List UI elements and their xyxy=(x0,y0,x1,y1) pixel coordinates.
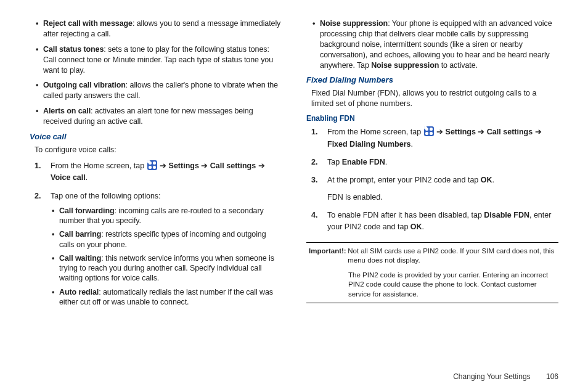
apps-icon xyxy=(147,160,157,170)
step-2: 2. Tap one of the following options: Cal… xyxy=(51,190,282,308)
noise-bullet: Noise suppression: Your phone is equippe… xyxy=(306,18,558,70)
voice-call-options: Call forwarding: incoming calls are re-r… xyxy=(51,206,282,307)
important-label: Important!: xyxy=(309,247,346,256)
page-footer: Changing Your Settings 106 xyxy=(453,372,558,381)
voice-call-intro: To configure voice calls: xyxy=(35,145,282,155)
step-3: 3. At the prompt, enter your PIN2 code a… xyxy=(327,174,558,203)
voice-call-steps: 1. From the Home screen, tap ➔ Settings … xyxy=(30,160,282,307)
fdn-enabled-text: FDN is enabled. xyxy=(327,192,558,203)
important-p1: Not all SIM cards use a PIN2 code. If yo… xyxy=(348,247,554,266)
list-item: Call status tones: sets a tone to play f… xyxy=(43,44,282,76)
important-box: Important!: Not all SIM cards use a PIN2… xyxy=(306,242,558,304)
left-column: Reject call with message: allows you to … xyxy=(30,18,282,364)
voice-call-heading: Voice call xyxy=(30,132,282,141)
fdn-steps: 1. From the Home screen, tap ➔ Settings … xyxy=(306,126,558,234)
list-item: Call waiting: this network service infor… xyxy=(59,253,282,284)
list-item: Call barring: restricts specific types o… xyxy=(59,229,282,250)
list-item: Outgoing call vibration: allows the call… xyxy=(43,80,282,101)
footer-section: Changing Your Settings xyxy=(453,372,530,381)
step-2: 2. Tap Enable FDN. xyxy=(327,157,558,168)
fdn-heading: Fixed Dialing Numbers xyxy=(306,75,558,84)
page-number: 106 xyxy=(546,372,558,381)
list-item: Call forwarding: incoming calls are re-r… xyxy=(59,206,282,226)
step-4: 4. To enable FDN after it has been disab… xyxy=(327,210,558,234)
step-1: 1. From the Home screen, tap ➔ Settings … xyxy=(51,160,282,184)
list-item: Auto redial: automatically redials the l… xyxy=(59,287,282,308)
list-item: Noise suppression: Your phone is equippe… xyxy=(320,18,558,70)
right-column: Noise suppression: Your phone is equippe… xyxy=(306,18,558,364)
list-item: Alerts on call: activates an alert tone … xyxy=(43,106,282,127)
enabling-fdn-heading: Enabling FDN xyxy=(306,114,558,123)
step-1: 1. From the Home screen, tap ➔ Settings … xyxy=(327,126,558,150)
apps-icon xyxy=(424,126,434,136)
list-item: Reject call with message: allows you to … xyxy=(43,18,282,39)
fdn-intro: Fixed Dial Number (FDN), allows you to r… xyxy=(311,88,558,109)
important-p2: The PIN2 code is provided by your carrie… xyxy=(348,271,556,300)
feature-bullets: Reject call with message: allows you to … xyxy=(30,18,282,127)
